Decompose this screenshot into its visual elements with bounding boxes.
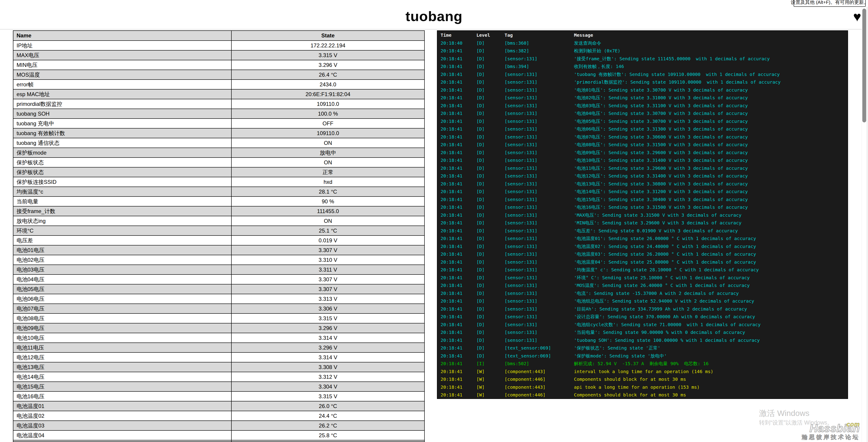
log-time: 20:18:41 — [441, 360, 476, 368]
log-tag: [bms:382] — [504, 47, 574, 55]
sensor-state: 3.306 V — [231, 304, 424, 313]
log-time: 20:18:41 — [441, 266, 476, 274]
table-row: 电池03电压 3.311 V — [13, 265, 424, 274]
log-entry: 20:18:41 [D] [text_sensor:069] '保护板mode'… — [437, 352, 847, 360]
sensor-name: 环境°C — [13, 226, 231, 235]
log-message: api took a long time for an operation (1… — [574, 383, 847, 391]
log-level: [D] — [476, 188, 504, 196]
sensor-state: 3.296 V — [231, 343, 424, 352]
log-entry: 20:18:41 [D] [sensor:131] '电池10电压': Send… — [437, 157, 847, 164]
log-entry: 20:18:41 [D] [sensor:131] '设计总容量': Sendi… — [437, 313, 847, 321]
log-time: 20:18:41 — [441, 117, 476, 125]
sensor-name: 电池温度04 — [13, 431, 231, 440]
sensor-name: primordial数据监控 — [13, 99, 231, 109]
heart-icon[interactable]: ♥ — [853, 10, 861, 24]
sensor-name: 电池05电压 — [13, 284, 231, 294]
log-tag: [sensor:131] — [504, 172, 574, 180]
log-message: '电压差': Sending state 0.01900 V with 3 de… — [574, 227, 847, 235]
sensor-state: 90 % — [231, 197, 424, 206]
log-tag: [component:446] — [504, 375, 574, 383]
log-message: '保护板状态': Sending state '正常' — [574, 344, 847, 352]
log-time: 20:18:41 — [441, 336, 476, 344]
log-level: [D] — [476, 172, 504, 180]
sensor-state — [231, 440, 424, 442]
sensor-state: 24.4 °C — [231, 411, 424, 420]
log-time: 20:18:41 — [441, 203, 476, 211]
log-entry: 20:18:41 [D] [sensor:131] '电池13电压': Send… — [437, 180, 847, 188]
sensor-state: 3.311 V — [231, 265, 424, 274]
log-time: 20:18:41 — [441, 391, 476, 399]
log-entry: 20:18:41 [D] [sensor:131] 'tuobang 有效帧计数… — [437, 70, 847, 78]
sensor-name: 电池12电压 — [13, 353, 231, 362]
sensor-state: 25.1 °C — [231, 226, 424, 235]
log-time: 20:18:41 — [441, 196, 476, 204]
log-message: '电池13电压': Sending state 3.30800 V with 3… — [574, 180, 847, 188]
log-time: 20:18:41 — [441, 47, 476, 55]
log-message: 'MAX电压': Sending state 3.31500 V with 3 … — [574, 211, 847, 219]
log-time: 20:18:41 — [441, 164, 476, 172]
sensor-state: 2434.0 — [231, 80, 424, 89]
log-tag: [sensor:131] — [504, 149, 574, 157]
table-header-name: Name — [13, 31, 231, 40]
log-tag: [sensor:131] — [504, 188, 574, 196]
sensor-name: MAX电压 — [13, 50, 231, 60]
log-message: '接受frame_计数': Sending state 111455.00000… — [574, 55, 847, 63]
log-message: '电池07电压': Sending state 3.30600 V with 3… — [574, 133, 847, 141]
log-tag: [sensor:131] — [504, 211, 574, 219]
sensor-name: IP地址 — [13, 41, 231, 50]
table-header-state: State — [231, 31, 424, 40]
log-level: [D] — [476, 250, 504, 258]
log-message: '电池11电压': Sending state 3.29600 V with 3… — [574, 164, 847, 172]
log-level: [D] — [476, 117, 504, 125]
log-level: [D] — [476, 55, 504, 63]
scrollbar-thumb[interactable] — [862, 9, 866, 123]
sensor-name: 电池温度02 — [13, 411, 231, 420]
table-row: MIN电压 3.296 V — [13, 60, 424, 70]
log-level: [D] — [476, 78, 504, 86]
log-time: 20:18:41 — [441, 352, 476, 360]
log-tag: [sensor:131] — [504, 86, 574, 94]
log-header-message: Message — [574, 31, 847, 39]
log-tag: [bms:360] — [504, 39, 574, 47]
sensor-state: 28.1 °C — [231, 187, 424, 196]
table-row: 电池16电压 3.315 V — [13, 391, 424, 401]
table-row: 电池05电压 3.307 V — [13, 284, 424, 294]
log-tag: [sensor:131] — [504, 157, 574, 164]
log-tag: [sensor:131] — [504, 141, 574, 149]
log-tag: [sensor:131] — [504, 305, 574, 313]
table-row: 保护板连接SSID hxd — [13, 177, 424, 186]
sensor-state: 放电中 — [231, 148, 424, 157]
log-level: [I] — [476, 360, 504, 368]
sensor-state: 100.0 % — [231, 109, 424, 118]
table-row: 电池14电压 3.312 V — [13, 372, 424, 381]
log-time: 20:18:41 — [441, 329, 476, 336]
hassbian-watermark: Hassbian com 瀚思彼岸技术论坛 — [802, 423, 860, 440]
log-level: [D] — [476, 157, 504, 164]
sensor-name — [13, 440, 231, 442]
log-time: 20:18:41 — [441, 219, 476, 227]
log-tag: [sensor:131] — [504, 235, 574, 242]
log-level: [D] — [476, 203, 504, 211]
sensor-name: 保护板mode — [13, 148, 231, 157]
sensor-name: 电池02电压 — [13, 255, 231, 265]
table-header-row: Name State — [13, 31, 424, 40]
log-entry: 20:18:40 [D] [bms:360] 发送查询命令 — [437, 39, 847, 47]
log-level: [D] — [476, 321, 504, 329]
table-row: primordial数据监控 109110.0 — [13, 99, 424, 109]
log-entry: 20:18:41 [D] [sensor:131] '电池09电压': Send… — [437, 149, 847, 157]
log-entry: 20:18:41 [D] [sensor:131] '环境° C': Sendi… — [437, 274, 847, 282]
sensor-name: 电池16电压 — [13, 392, 231, 401]
log-entry: 20:18:41 [W] [component:443] interval to… — [437, 368, 847, 376]
log-console[interactable]: Time Level Tag Message 20:18:40 [D] [bms… — [437, 30, 848, 399]
sensor-state: 0.019 V — [231, 236, 424, 245]
hassbian-subtitle: 瀚思彼岸技术论坛 — [802, 434, 860, 440]
log-time: 20:18:41 — [441, 313, 476, 321]
table-row: tuobang 通信状态 ON — [13, 138, 424, 147]
table-row: 电池07电压 3.306 V — [13, 304, 424, 313]
log-message: '目前Ah': Sending state 334.73999 Ah with … — [574, 305, 847, 313]
sensor-state: 172.22.22.194 — [231, 41, 424, 50]
table-row: 电池11电压 3.296 V — [13, 342, 424, 352]
table-row: MAX电压 3.315 V — [13, 50, 424, 60]
log-tag: [sensor:131] — [504, 329, 574, 336]
log-time: 20:18:40 — [441, 39, 476, 47]
